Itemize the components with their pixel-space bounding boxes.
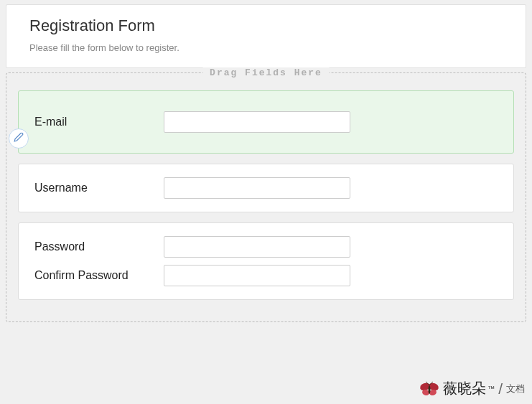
confirm-password-field[interactable] — [164, 265, 350, 286]
watermark-name: 薇晓朵 — [443, 379, 486, 398]
page-title: Registration Form — [29, 17, 503, 35]
field-label-confirm-password: Confirm Password — [34, 269, 164, 282]
field-row: Confirm Password — [34, 265, 498, 286]
edit-handle[interactable] — [9, 128, 29, 149]
page-subtitle: Please fill the form below to register. — [29, 42, 503, 53]
watermark-tm: ™ — [487, 385, 495, 393]
field-card-password[interactable]: Password Confirm Password — [18, 222, 514, 300]
password-field[interactable] — [164, 236, 350, 258]
butterfly-icon — [419, 381, 440, 397]
field-card-email[interactable]: E-mail — [18, 90, 514, 154]
field-label-username: Username — [34, 182, 164, 194]
field-row: Password — [34, 236, 498, 258]
watermark-doc: 文档 — [506, 382, 525, 395]
field-label-email: E-mail — [34, 116, 164, 128]
watermark-slash: / — [498, 380, 503, 398]
pencil-icon — [14, 132, 24, 145]
watermark: 薇晓朵 ™ / 文档 — [419, 379, 525, 398]
email-field[interactable] — [164, 111, 350, 133]
svg-point-4 — [429, 385, 431, 394]
field-card-username[interactable]: Username — [18, 164, 514, 212]
username-field[interactable] — [164, 177, 350, 199]
field-row: E-mail — [34, 111, 498, 133]
header-panel: Registration Form Please fill the form b… — [6, 4, 526, 68]
field-label-password: Password — [34, 240, 164, 253]
field-row: Username — [34, 177, 498, 199]
drop-zone[interactable]: Drag Fields Here E-mail Username — [6, 72, 526, 322]
drop-zone-label: Drag Fields Here — [202, 67, 330, 78]
